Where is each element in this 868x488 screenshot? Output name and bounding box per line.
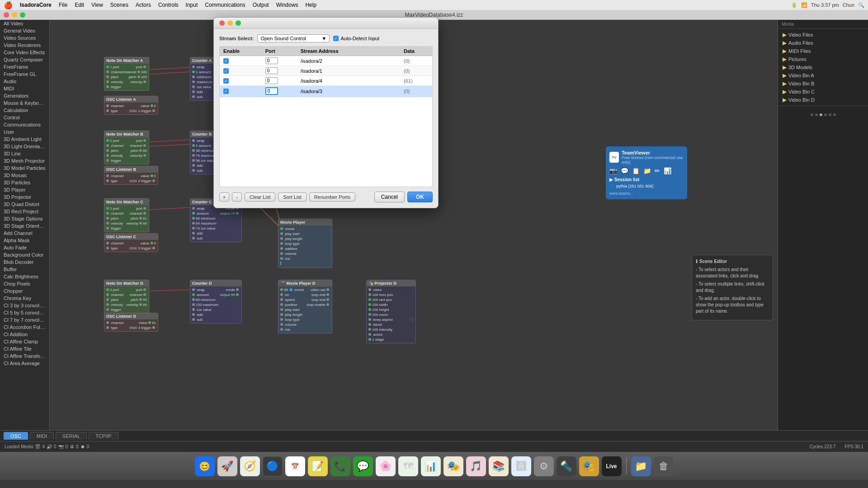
sidebar-item-ci-affine-transform[interactable]: CI Affine Transform [0,352,49,360]
dock-stickies[interactable]: 📝 [308,456,328,476]
table-row[interactable]: ✓ /isadora/4 (61) [220,76,433,86]
file-midi-files[interactable]: ▶ MIDI Files [781,47,865,55]
dock-launchpad[interactable]: 🚀 [217,456,237,476]
table-row[interactable]: ✓ /isadora/2 (0) [220,56,433,66]
sidebar-item-calc-brightness[interactable]: Calc Brightness [0,273,49,280]
sidebar-item-background-color[interactable]: Background Color [0,251,49,258]
sidebar-item-ci7x7[interactable]: CI 7 by 7 convolution [0,316,49,324]
movie-player-d[interactable]: 🎬 Movie Player D 99 🔷 movievideo out onl… [278,280,332,333]
file-video-files[interactable]: ▶ Video Files [781,31,865,39]
dock-trash[interactable]: 🗑 [654,456,674,476]
sidebar-item-3d-light[interactable]: 3D Light Orientation [0,143,49,150]
session-list-title[interactable]: ▶ Session list [609,177,684,182]
sidebar-item-core-video-effects[interactable]: Core Video Effects [0,49,49,56]
sidebar-item-buffer[interactable]: Buffer [0,266,49,273]
sidebar-item-alpha-mask[interactable]: Alpha Mask [0,237,49,244]
osc-listener-c[interactable]: OSC Listener C channel value 0 type OSX … [104,233,158,252]
file-video-bin-d[interactable]: ▶ Video Bin D [781,96,865,104]
stream-select-dropdown[interactable]: Open Sound Control ▼ [257,34,330,42]
sidebar-item-ci-affine-clamp[interactable]: CI Affine Clamp [0,338,49,345]
osc-listener-a[interactable]: OSC Listener A channel value 0 type OSX … [104,96,158,115]
apple-menu[interactable]: 🍎 [4,1,13,9]
dock-calendar[interactable]: 📅 [285,456,305,476]
menu-file[interactable]: File [59,2,67,8]
osc-listener-d[interactable]: OSC Listener D channel value 61 type OSX… [104,313,158,332]
sidebar-item-midi[interactable]: MIDI [0,85,49,92]
sidebar-item-freeframe-gl[interactable]: FreeFrame GL [0,70,49,78]
tab-serial[interactable]: SERIAL [56,432,87,440]
sidebar-item-audio[interactable]: Audio [0,78,49,85]
sidebar-item-3d-player[interactable]: 3D Player [0,186,49,193]
movie-player-middle[interactable]: Movie Player movie play start play lengt… [278,219,332,268]
menu-view[interactable]: View [91,2,103,8]
menu-output[interactable]: Output [253,2,269,8]
sidebar-item-add-channel[interactable]: Add Channel [0,230,49,237]
dock-finder[interactable]: 😊 [195,456,215,476]
menu-actors[interactable]: Actors [136,2,151,8]
sidebar-item-communications[interactable]: Communications [0,121,49,128]
sidebar-item-3d-line[interactable]: 3D Line [0,150,49,157]
ok-button[interactable]: OK [407,192,433,202]
dock-ibooks[interactable]: 📚 [489,456,509,476]
osc-listener-b[interactable]: OSC Listener B channel value 0 type OSX … [104,166,158,185]
sidebar-item-general-video[interactable]: General Video [0,27,49,34]
dock-folder[interactable]: 📁 [631,456,651,476]
menu-edit[interactable]: Edit [75,2,84,8]
counter-d[interactable]: Counter D wrap mode amount output 99 85 … [190,280,242,324]
sidebar-item-user[interactable]: User [0,128,49,136]
note-watcher-d[interactable]: Note On Watcher D 2 port port channel ch… [104,280,149,314]
note-watcher-c[interactable]: Note On Watcher C 2 port port channel ch… [104,198,149,232]
dock-maps[interactable]: 🗺 [398,456,418,476]
sidebar-item-ci-addition[interactable]: CI Addition [0,331,49,338]
menu-help[interactable]: Help [305,2,316,8]
auto-detect-checkbox[interactable]: ✓ [333,36,339,41]
file-pictures[interactable]: ▶ Pictures [781,55,865,63]
sort-list-button[interactable]: Sort List [278,192,306,202]
note-watcher-a[interactable]: Note On Watcher A 2 port port channel ch… [104,57,149,91]
sidebar-item-video-sources[interactable]: Video Sources [0,34,49,42]
sidebar-item-3d-ambient[interactable]: 3D Ambient Light [0,136,49,143]
remove-row-button[interactable]: - [232,192,242,202]
dock-facetime[interactable]: 📞 [330,456,350,476]
dock-sysprefs[interactable]: ⚙ [534,456,554,476]
dock-keynote[interactable]: 🎭 [443,456,463,476]
file-3d-models[interactable]: ▶ 3D Models [781,63,865,71]
renumber-ports-button[interactable]: Renumber Ports [309,192,355,202]
menu-input[interactable]: Input [186,2,198,8]
add-row-button[interactable]: + [219,192,229,202]
dock-itunes[interactable]: 🎵 [466,456,486,476]
dock-photos[interactable]: 🌸 [376,456,396,476]
sidebar-item-chop-pixels[interactable]: Chop Pixels [0,280,49,287]
fullscreen-button[interactable] [20,12,25,18]
dock-finder2[interactable]: 🔵 [263,456,283,476]
sidebar-item-quartz-composer[interactable]: Quartz Composer [0,56,49,63]
file-video-bin-c[interactable]: ▶ Video Bin C [781,88,865,96]
sidebar-item-generators[interactable]: Generators [0,92,49,99]
auto-detect-checkbox-row[interactable]: ✓ Auto-Detect Input [333,36,379,41]
app-name[interactable]: IsadoraCore [20,2,52,8]
sidebar-item-3d-particles2[interactable]: 3D Particles [0,179,49,186]
sidebar-item-freeframe[interactable]: FreeFrame [0,63,49,70]
row3-port-input[interactable] [265,77,278,84]
sidebar-item-mouse-keyboard[interactable]: Mouse & Keyboard [0,99,49,107]
sidebar-item-ci-accordion[interactable]: CI Accordion Fold Tra [0,324,49,331]
close-button[interactable] [4,12,9,18]
row4-enable-checkbox[interactable]: ✓ [223,89,229,94]
sidebar-item-calculation[interactable]: Calculation [0,107,49,114]
sidebar-item-3d-mesh[interactable]: 3D Mesh Projector [0,157,49,164]
sidebar-item-video-renderers[interactable]: Video Renderers [0,42,49,49]
clear-list-button[interactable]: Clear List [245,192,275,202]
sidebar-item-3d-projector[interactable]: 3D Projector [0,193,49,201]
row2-enable-checkbox[interactable]: ✓ [223,68,229,74]
tab-midi[interactable]: MIDI [30,432,54,440]
menu-communications[interactable]: Communications [205,2,245,8]
dock-isadora[interactable]: 🎭 [579,456,599,476]
minimize-button[interactable] [12,12,17,18]
dialog-fullscreen[interactable] [236,20,241,26]
row2-port-input[interactable] [265,67,278,74]
dialog-close[interactable] [219,20,225,26]
sidebar-item-ci-area-average[interactable]: CI Area Average [0,360,49,367]
dock-numbers[interactable]: 📊 [421,456,441,476]
row4-port-input[interactable] [265,87,278,95]
row1-enable-checkbox[interactable]: ✓ [223,58,229,64]
